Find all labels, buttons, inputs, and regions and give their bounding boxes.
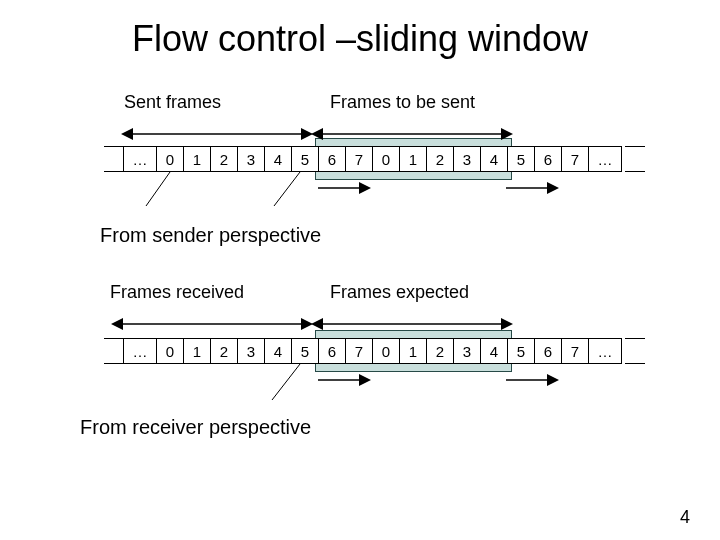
frame-cell: 5 [291,338,319,364]
frame-cell: 2 [426,146,454,172]
rail-left-receiver [104,338,124,364]
rail-right-sender [625,146,645,172]
rail-left-sender [104,146,124,172]
frame-cell: 2 [210,338,238,364]
frame-cell: 3 [453,146,481,172]
page-title: Flow control –sliding window [0,18,720,60]
frame-cell: 4 [480,338,508,364]
frame-cell: 2 [426,338,454,364]
frame-cell: 3 [453,338,481,364]
rail-right-receiver [625,338,645,364]
frame-cell: 2 [210,146,238,172]
frame-cell: … [588,146,622,172]
frame-cell: 5 [507,146,535,172]
svg-line-4 [146,172,170,206]
page-number: 4 [680,507,690,528]
frame-cell: 0 [372,338,400,364]
frame-cell: … [123,338,157,364]
frame-row-sender: …0123456701234567… [124,146,622,172]
frame-cell: 6 [318,338,346,364]
frame-cell: 0 [156,146,184,172]
frame-cell: 6 [534,146,562,172]
frame-cell: 4 [264,146,292,172]
frame-cell: 6 [318,146,346,172]
frame-cell: 6 [534,338,562,364]
frame-cell: 1 [183,146,211,172]
frame-cell: 4 [264,338,292,364]
label-sent-frames: Sent frames [124,92,221,113]
label-frames-to-be-sent: Frames to be sent [330,92,475,113]
frame-cell: 7 [561,338,589,364]
caption-sender: From sender perspective [100,224,321,247]
frame-cell: 1 [183,338,211,364]
frame-cell: 5 [507,338,535,364]
frame-cell: 7 [561,146,589,172]
frame-cell: 0 [156,338,184,364]
frame-cell: 0 [372,146,400,172]
frame-cell: 1 [399,338,427,364]
frame-cell: … [123,146,157,172]
svg-line-5 [274,172,300,206]
frame-cell: 1 [399,146,427,172]
frame-cell: 7 [345,146,373,172]
frame-row-receiver: …0123456701234567… [124,338,622,364]
frame-cell: 7 [345,338,373,364]
label-frames-received: Frames received [110,282,244,303]
frame-cell: 4 [480,146,508,172]
frame-cell: 5 [291,146,319,172]
label-frames-expected: Frames expected [330,282,469,303]
frame-cell: 3 [237,146,265,172]
svg-line-10 [272,364,300,400]
caption-receiver: From receiver perspective [80,416,311,439]
frame-cell: 3 [237,338,265,364]
frame-cell: … [588,338,622,364]
